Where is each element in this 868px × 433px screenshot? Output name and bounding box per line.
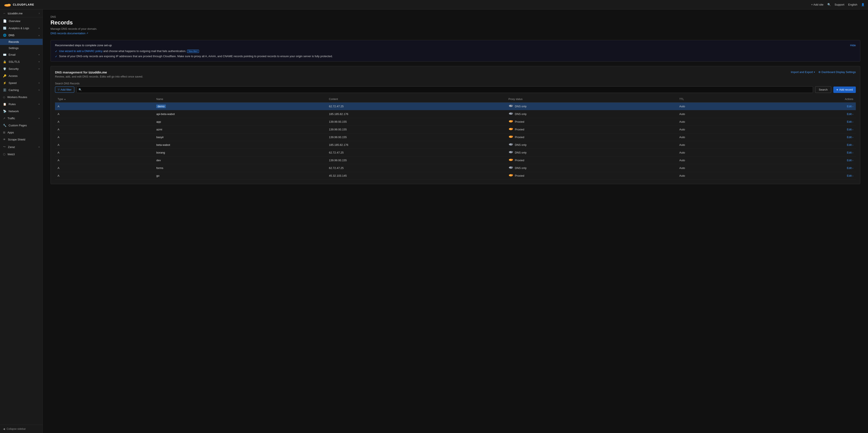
content-cell: 62.72.47.25 [327,103,506,110]
sidebar-item-zaraz[interactable]: 〜 Zaraz ▾ [0,143,42,151]
overview-icon: 📄 [3,19,7,23]
edit-link[interactable]: Edit › [847,159,853,162]
proxy-status-cell: Proxied [506,172,677,180]
sidebar-item-traffic[interactable]: ↗ Traffic ▾ [0,115,42,122]
sidebar-item-access[interactable]: 🔑 Access [0,73,42,80]
sidebar-item-label-traffic: Traffic [7,117,15,120]
sidebar-item-workers[interactable]: ◇ Workers Routes [0,94,42,100]
sidebar-item-network[interactable]: 📡 Network [0,108,42,115]
ttl-cell: Auto [677,141,756,149]
table-row: A azmi 139.99.93.155 Proxied Auto Edit › [55,126,856,134]
edit-link[interactable]: Edit › [847,166,853,170]
sidebar-subitem-settings[interactable]: Settings [0,45,42,51]
col-name: Name [154,96,327,103]
sidebar-item-rules[interactable]: 📋 Rules ▾ [0,100,42,108]
edit-link[interactable]: Edit › [847,136,853,139]
sidebar-item-email[interactable]: ✉️ Email ▾ [0,51,42,58]
sidebar-item-label-rules: Rules [8,103,16,106]
search-area: Search DNS Records ▽ Add filter 🔍 Search [55,82,856,93]
svg-point-13 [511,120,513,122]
new-alert-badge: New Alert [187,50,199,53]
doc-link-text: DNS records documentation [51,32,85,35]
user-menu[interactable]: 👤 [861,3,865,6]
support-menu[interactable]: Support [835,3,844,6]
sidebar-item-label-network: Network [8,110,19,113]
search-input-icon: 🔍 [79,88,82,91]
type-cell: A [55,172,154,180]
search-button-label: Search [819,88,828,91]
col-proxy-status: Proxy status [506,96,677,103]
breadcrumb: DNS [51,16,860,19]
name-value: forms [156,166,163,170]
dashboard-settings-button[interactable]: ⚙ Dashboard Display Settings [818,70,856,74]
name-value: api-beta-wabot [156,112,175,116]
alert-text-2: Some of your DNS-only records are exposi… [59,55,333,58]
external-link-icon: ↗ [86,32,88,35]
site-header[interactable]: ← izzuddin.me › [0,9,42,17]
name-cell: demo [154,103,327,110]
logo[interactable]: CLOUDFLARE [3,2,34,7]
topnav: CLOUDFLARE + Add site 🔍 Support English … [0,0,868,9]
name-cell: borang [154,149,327,156]
edit-link[interactable]: Edit › [847,174,853,177]
sidebar-item-analytics[interactable]: 🔄 Analytics & Logs ▾ [0,25,42,32]
ttl-cell: Auto [677,149,756,156]
import-export-button[interactable]: Import and Export ▾ [791,70,815,74]
search-button-dns[interactable]: Search [815,86,831,93]
hide-button[interactable]: Hide [850,44,856,47]
edit-link[interactable]: Edit › [847,105,853,108]
add-filter-button[interactable]: ▽ Add filter [55,87,74,93]
actions-cell: Edit › [756,126,856,134]
sidebar-item-overview[interactable]: 📄 Overview [0,17,42,25]
edit-link[interactable]: Edit › [847,151,853,154]
search-button[interactable]: 🔍 [827,3,831,6]
alert-item-2: ✓ Some of your DNS-only records are expo… [55,55,856,58]
sidebar-item-ssltls[interactable]: 🔒 SSL/TLS ▾ [0,58,42,65]
sidebar-item-label-dns: DNS [8,34,14,37]
sidebar-item-apps[interactable]: ⊞ Apps [0,129,42,136]
name-value: go [156,174,159,177]
sidebar: ← izzuddin.me › 📄 Overview 🔄 Analytics &… [0,9,43,433]
add-record-button[interactable]: + Add record [833,87,856,93]
language-menu[interactable]: English [848,3,857,6]
sidebar-subitem-records[interactable]: Records [0,39,42,45]
table-row: A go 45.32.103.145 Proxied Auto Edit › [55,172,856,180]
table-row: A forms 62.72.47.25 DNS only Auto Edit › [55,164,856,172]
caching-icon: 🗄️ [3,88,6,92]
dmarc-link[interactable]: Use wizard to add a DMARC policy [59,50,102,53]
collapse-sidebar-button[interactable]: ◀ Collapse sidebar [0,425,42,433]
sidebar-item-security[interactable]: 🛡️ Security ▾ [0,65,42,73]
doc-link[interactable]: DNS records documentation ↗ [51,32,88,35]
speed-chevron-icon: ▾ [38,82,39,84]
sidebar-item-custom-pages[interactable]: 🔧 Custom Pages [0,122,42,129]
table-row: A api-beta-wabot 185.185.82.176 DNS only… [55,110,856,118]
sidebar-item-caching[interactable]: 🗄️ Caching ▾ [0,87,42,94]
add-site-button[interactable]: + Add site [811,3,823,6]
alert-title: Recommended steps to complete zone set-u… [55,44,112,47]
edit-link[interactable]: Edit › [847,112,853,116]
sidebar-item-label-scrape-shield: Scrape Shield [8,138,25,141]
sidebar-item-web3[interactable]: ⬡ Web3 [0,151,42,158]
proxy-status-cell: DNS only [506,103,677,110]
sidebar-item-dns[interactable]: 🌐 DNS ▴ [0,32,42,39]
proxy-icon [508,105,513,108]
sidebar-item-label-analytics: Analytics & Logs [8,27,29,30]
name-cell: dev [154,156,327,164]
access-icon: 🔑 [3,74,6,78]
svg-point-25 [511,151,513,152]
actions-cell: Edit › [756,172,856,180]
sidebar-item-label-custom-pages: Custom Pages [8,124,27,127]
search-dns-input[interactable] [76,86,813,93]
name-value: app [156,120,161,123]
type-sort-icon: ▲ [64,98,66,100]
analytics-chevron-icon: ▾ [38,27,39,29]
proxy-status-cell: DNS only [506,141,677,149]
collapse-icon: ◀ [3,427,5,430]
edit-link[interactable]: Edit › [847,128,853,131]
edit-link[interactable]: Edit › [847,120,853,123]
sidebar-item-scrape-shield[interactable]: 👁 Scrape Shield [0,136,42,143]
edit-link[interactable]: Edit › [847,143,853,146]
page-subtitle: Manage DNS records of your domain. [51,27,860,30]
sidebar-item-speed[interactable]: ⚡ Speed ▾ [0,80,42,87]
sidebar-item-label-speed: Speed [8,81,17,85]
